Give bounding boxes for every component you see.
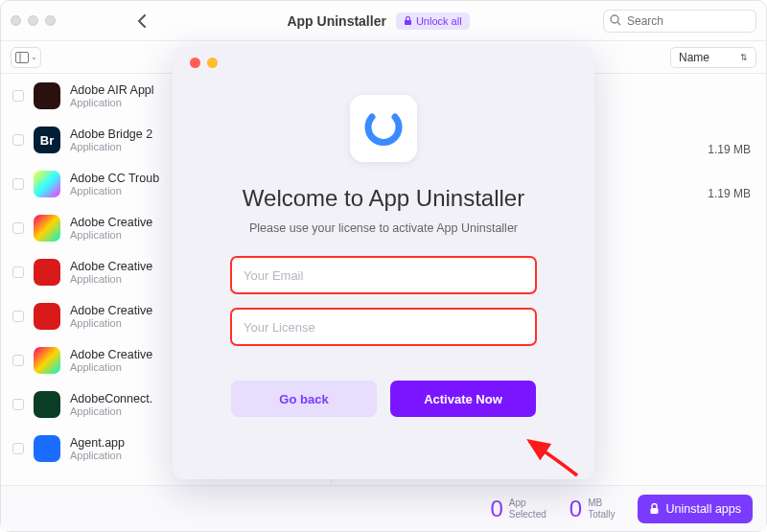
license-input[interactable] <box>230 308 537 346</box>
app-sub: Application <box>70 141 152 152</box>
app-icon <box>34 391 60 418</box>
dialog-minimize-button[interactable] <box>207 58 218 68</box>
detail-size: 1.19 MB <box>708 187 751 200</box>
app-icon: Br <box>34 127 60 153</box>
app-checkbox[interactable] <box>12 222 24 234</box>
app-checkbox[interactable] <box>12 311 24 322</box>
dialog-close-button[interactable] <box>190 58 200 68</box>
svg-rect-3 <box>15 52 28 62</box>
uninstall-button[interactable]: Uninstall apps <box>638 495 753 523</box>
app-name: Adobe Creative <box>70 304 152 317</box>
app-text: Adobe CreativeApplication <box>70 304 152 329</box>
selected-count: 0 <box>490 496 502 522</box>
lock-icon <box>404 16 412 26</box>
svg-point-1 <box>611 15 618 23</box>
selected-label: App Selected <box>509 497 546 520</box>
app-sub: Application <box>70 317 152 329</box>
app-icon <box>34 171 60 197</box>
go-back-button[interactable]: Go back <box>231 381 377 417</box>
footer: 0 App Selected 0 MB Totally Uninstall ap… <box>1 485 766 531</box>
app-text: AdobeConnect.Application <box>70 392 152 417</box>
minimize-window-button[interactable] <box>28 15 38 26</box>
app-sub: Application <box>70 97 154 108</box>
app-checkbox[interactable] <box>12 134 24 146</box>
app-icon <box>34 303 60 330</box>
sort-select-label: Name <box>679 51 709 64</box>
activate-now-button[interactable]: Activate Now <box>390 381 536 417</box>
search-input[interactable] <box>603 10 756 33</box>
app-name: Adobe CC Troub <box>70 172 159 185</box>
maximize-window-button[interactable] <box>45 15 56 26</box>
detail-size: 1.19 MB <box>708 143 751 156</box>
app-text: Adobe Bridge 2Application <box>70 127 152 152</box>
app-sub: Application <box>70 185 159 197</box>
app-name: Adobe AIR Appl <box>70 83 154 97</box>
app-icon <box>34 259 60 286</box>
app-text: Adobe CreativeApplication <box>70 216 152 241</box>
close-window-button[interactable] <box>11 15 21 26</box>
app-text: Adobe CreativeApplication <box>70 348 152 373</box>
svg-rect-0 <box>405 20 411 25</box>
view-toggle-button[interactable]: ⌄ <box>11 47 41 68</box>
app-icon <box>34 435 60 462</box>
activation-dialog: Welcome to App Uninstaller Please use yo… <box>173 46 594 479</box>
dialog-title: Welcome to App Uninstaller <box>243 185 524 212</box>
unlock-all-button[interactable]: Unlock all <box>396 12 470 30</box>
window-controls <box>11 15 56 26</box>
app-name: Adobe Creative <box>70 260 152 273</box>
dialog-subtitle: Please use your license to activate App … <box>249 221 518 235</box>
lock-icon <box>649 503 660 515</box>
uninstaller-logo-icon <box>362 107 405 150</box>
window-title: App Uninstaller <box>287 13 385 29</box>
app-sub: Application <box>70 450 125 461</box>
title-center: App Uninstaller Unlock all <box>161 12 595 30</box>
app-sub: Application <box>70 361 152 373</box>
uninstall-label: Uninstall apps <box>665 502 741 516</box>
back-button[interactable] <box>130 10 153 33</box>
total-count: 0 <box>569 496 582 522</box>
app-checkbox[interactable] <box>12 90 24 102</box>
dialog-window-controls <box>190 58 218 68</box>
search-wrap <box>603 10 756 33</box>
app-name: Adobe Creative <box>70 348 152 361</box>
app-name: AdobeConnect. <box>70 392 152 405</box>
app-name: Agent.app <box>70 436 125 450</box>
stat-selected: 0 App Selected <box>490 496 546 522</box>
total-label: MB Totally <box>588 497 615 520</box>
app-checkbox[interactable] <box>12 178 24 190</box>
app-checkbox[interactable] <box>12 399 24 410</box>
app-sub: Application <box>70 229 152 241</box>
chevron-down-icon: ⌄ <box>31 53 37 61</box>
dialog-button-row: Go back Activate Now <box>231 381 536 417</box>
app-checkbox[interactable] <box>12 266 24 278</box>
app-icon <box>34 347 60 374</box>
app-text: Agent.appApplication <box>70 436 125 461</box>
app-sub: Application <box>70 273 152 285</box>
app-logo <box>350 95 417 162</box>
svg-line-2 <box>617 22 620 25</box>
app-text: Adobe CC TroubApplication <box>70 172 159 197</box>
app-icon <box>34 82 60 109</box>
app-checkbox[interactable] <box>12 443 24 454</box>
unlock-all-label: Unlock all <box>416 15 462 27</box>
app-name: Adobe Creative <box>70 216 152 229</box>
stat-total: 0 MB Totally <box>569 496 616 522</box>
svg-rect-5 <box>651 508 659 514</box>
titlebar: App Uninstaller Unlock all <box>1 1 766 41</box>
app-text: Adobe AIR ApplApplication <box>70 83 154 108</box>
sort-select[interactable]: Name ⇅ <box>670 47 756 68</box>
email-input[interactable] <box>230 256 537 294</box>
search-icon <box>609 13 622 31</box>
app-sub: Application <box>70 405 152 417</box>
updown-icon: ⇅ <box>740 53 748 62</box>
app-text: Adobe CreativeApplication <box>70 260 152 285</box>
app-checkbox[interactable] <box>12 355 24 366</box>
app-name: Adobe Bridge 2 <box>70 127 152 141</box>
sidebar-toggle-icon <box>15 52 29 63</box>
app-icon <box>34 215 60 242</box>
chevron-left-icon <box>137 14 147 28</box>
